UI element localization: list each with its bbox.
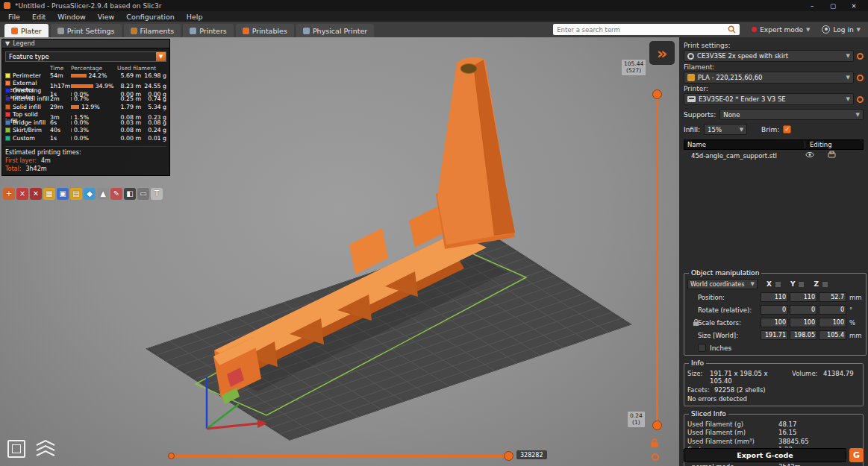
measure-icon[interactable]: ▭ [137,188,149,200]
mirror-y-icon[interactable] [798,281,805,288]
move-slider-start-handle[interactable] [168,453,175,459]
build-plate[interactable] [147,233,631,440]
move-slider[interactable] [170,455,513,458]
infill-dropdown[interactable]: 15% ▼ [704,124,747,135]
menu-configuration[interactable]: Configuration [120,13,180,21]
edit-printer-icon[interactable] [857,96,864,103]
preview-view-button[interactable] [34,438,57,462]
layer-slider-bottom-tooltip: 0.24(1) [628,412,645,427]
coordinate-system-dropdown[interactable]: World coordinates ▼ [687,279,758,289]
delete-icon[interactable]: × [16,188,28,200]
object-list-row[interactable]: 45d-angle_cam_support.stl [684,150,864,161]
tab-printables[interactable]: Printables [236,24,294,37]
tab-filaments[interactable]: Filaments [124,24,181,37]
position-z-input[interactable] [819,292,846,302]
filaments-tab-icon [131,28,137,34]
login-button[interactable]: Log in ▼ [822,25,861,34]
feature-color-swatch [5,81,10,86]
paint-on-supports-icon[interactable]: ▲ [97,188,109,200]
size-y-input[interactable] [790,330,817,340]
paste-icon[interactable]: ▤ [70,188,82,200]
rotate-x-input[interactable] [761,305,788,315]
used-filament-g-value: 48.17 [778,421,796,428]
rotate-z-input[interactable] [819,305,846,315]
tab-plater[interactable]: Plater [4,24,49,37]
move-slider-handle[interactable] [504,451,513,461]
arrange-icon[interactable]: ▦ [43,188,55,200]
tab-printers[interactable]: Printers [183,24,234,37]
position-x-input[interactable] [761,292,788,302]
tab-label: Plater [21,27,42,35]
minimize-button[interactable]: – [802,2,822,10]
text-embossing-icon[interactable]: T [151,188,163,200]
slider-lock-icon[interactable] [649,437,660,451]
legend-header[interactable]: ▼ Legend [2,40,169,48]
edit-object-icon[interactable] [828,151,864,160]
mirror-x-icon[interactable] [775,281,781,288]
feature-color-swatch [5,120,10,125]
inches-label: Inches [710,344,731,352]
place-on-face-icon[interactable]: ◆ [84,188,96,200]
menu-window[interactable]: Window [51,13,91,21]
gcode-badge-icon[interactable]: G [849,448,864,462]
mode-selector[interactable]: Expert mode ▼ [752,26,810,34]
one-layer-mode-icon[interactable] [652,453,659,461]
object-list-empty-area[interactable] [684,161,864,265]
search-input[interactable] [557,26,728,34]
seam-painting-icon[interactable]: ✎ [110,188,122,200]
info-title: Info [689,359,706,367]
supports-label: Supports: [684,111,716,119]
menu-view[interactable]: View [92,13,121,21]
layer-slider-top-handle[interactable] [652,89,662,99]
used-filament-mm3-value: 38845.65 [778,438,809,445]
edit-print-settings-icon[interactable] [857,53,864,60]
tab-print-settings[interactable]: Print Settings [51,24,122,37]
tab-physical-printer[interactable]: Physical Printer [296,24,374,37]
size-x-input[interactable] [761,330,788,340]
filament-dropdown[interactable]: PLA - 220,215,60,60 ▼ [684,72,854,84]
expert-mode-dot-icon [752,27,757,32]
view-type-dropdown[interactable]: Feature type ▼ [5,51,166,62]
viewport-3d[interactable]: ▼ Legend Feature type ▼ Time Percentage … [0,37,679,466]
scale-z-input[interactable] [819,318,846,327]
menu-edit[interactable]: Edit [26,13,51,21]
view-type-value: Feature type [9,53,49,60]
layer-slider-bottom-handle[interactable] [652,421,662,430]
copy-icon[interactable]: ▣ [57,188,69,200]
add-icon[interactable]: + [3,188,15,200]
delete-all-icon[interactable]: ✕ [30,188,42,200]
tab-bar: Plater Print Settings Filaments Printers… [0,22,868,37]
printer-dropdown[interactable]: E3V3SE-02 * Ender 3 V3 SE ▼ [684,93,854,105]
editor-view-button[interactable] [7,440,25,458]
export-gcode-button[interactable]: Export G-code [684,448,846,462]
dropdown-arrow-icon[interactable]: ▼ [156,52,166,61]
layer-slider[interactable] [656,94,658,425]
collapse-sidebar-button[interactable]: » [649,41,675,65]
size-z-input[interactable] [819,330,846,340]
supports-dropdown[interactable]: None ▼ [719,109,864,120]
legend-row-skirt-brim: Skirt/Brim 40s 0.3% 0.08 m0.24 g [5,127,166,135]
legend-row-custom: Custom 1s 0.0% 0.00 m0.01 g [5,134,166,142]
menu-help[interactable]: Help [181,13,209,21]
legend-row-top-solid-infill: Top solid infill 3m 1.5% 0.08 m0.23 g [5,111,166,119]
position-y-input[interactable] [790,292,817,302]
edit-filament-icon[interactable] [857,75,864,81]
menu-file[interactable]: File [2,13,26,21]
print-settings-dropdown[interactable]: CE3V3SE 2x speed with skirt ▼ [684,50,854,62]
maximize-button[interactable]: ▢ [822,2,843,10]
inches-checkbox[interactable] [698,344,706,352]
search-icon[interactable] [728,25,736,34]
scale-y-input[interactable] [790,318,817,327]
visibility-eye-icon[interactable] [805,151,828,160]
uniform-scale-lock-icon[interactable] [692,318,700,328]
plater-toolbar: + × ✕ ▦ ▣ ▤ ◆ ▲ ✎ ◧ ▭ T [3,188,163,200]
gear-icon [687,53,694,60]
brim-checkbox[interactable]: ✓ [783,125,791,133]
scale-x-input[interactable] [761,318,788,327]
collapse-legend-icon[interactable]: ▼ [5,40,10,47]
close-button[interactable]: ✕ [843,2,864,10]
rotate-y-input[interactable] [790,305,817,315]
mirror-z-icon[interactable] [822,281,828,288]
feature-color-swatch [5,73,10,78]
split-objects-icon[interactable]: ◧ [124,188,136,200]
